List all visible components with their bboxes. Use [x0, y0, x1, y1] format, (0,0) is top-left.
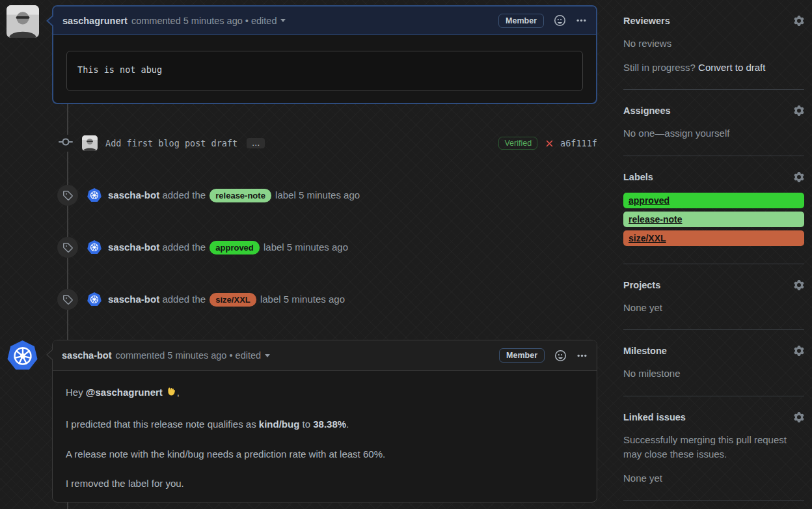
avatar-saschagrunert[interactable] [7, 5, 39, 38]
tag-icon [57, 185, 78, 206]
comment-header: sascha-bot commented 5 minutes ago • edi… [53, 340, 597, 371]
event-pre-text: added the [162, 189, 206, 200]
sidebar-section-milestone: Milestone No milestone [623, 346, 804, 396]
comment-body: Hey @saschagrunert, I predicted that thi… [53, 371, 597, 505]
paragraph-requirement: A release note with the kind/bug needs a… [66, 447, 584, 461]
event-post-text: label 5 minutes ago [275, 189, 360, 200]
comment-sascha-bot: sascha-bot commented 5 minutes ago • edi… [52, 340, 597, 502]
event-post-text: label 5 minutes ago [260, 294, 345, 305]
event-text: sascha-bot added the approved label 5 mi… [108, 241, 348, 255]
commit-message-link[interactable]: Add first blog post draft [105, 138, 237, 148]
commit-icon [59, 135, 73, 152]
event-text: sascha-bot added the size/XXL label 5 mi… [108, 293, 345, 307]
mention-link[interactable]: @saschagrunert [86, 387, 163, 398]
tag-icon [57, 237, 78, 258]
event-actor-link[interactable]: sascha-bot [108, 241, 159, 253]
member-badge: Member [498, 14, 544, 28]
assignees-status[interactable]: No one—assign yourself [623, 126, 804, 141]
sidebar-section-assignees: Assignees No one—assign yourself [623, 105, 804, 156]
projects-status: None yet [623, 301, 804, 316]
timeline-event-size-xxl: sascha-bot added the size/XXL label 5 mi… [57, 289, 597, 310]
add-reaction-button[interactable] [555, 350, 566, 361]
convert-to-draft-link[interactable]: Convert to draft [698, 62, 765, 73]
kebab-menu-button[interactable] [576, 350, 588, 361]
labels-title: Labels [623, 172, 653, 182]
sidebar-label-release-note[interactable]: release-note [623, 212, 804, 227]
gear-icon[interactable] [794, 412, 804, 422]
gear-icon[interactable] [794, 172, 804, 182]
sidebar: Reviewers No reviews Still in progress? … [623, 16, 804, 509]
event-pre-text: added the [162, 241, 206, 253]
gear-icon[interactable] [794, 16, 804, 26]
label-chip[interactable]: release-note [210, 189, 271, 202]
event-actor-link[interactable]: sascha-bot [108, 294, 159, 305]
avatar-sascha-bot[interactable] [87, 240, 102, 255]
reviewers-title: Reviewers [623, 16, 670, 26]
pull-request-page: saschagrunert commented 5 minutes ago • … [0, 0, 812, 509]
label-chip[interactable]: approved [210, 241, 260, 255]
verified-badge[interactable]: Verified [498, 137, 537, 150]
milestone-title: Milestone [623, 346, 667, 356]
tag-icon [57, 289, 78, 310]
member-badge: Member [499, 348, 545, 363]
comment-meta: commented 5 minutes ago • edited [116, 350, 262, 361]
kebab-menu-button[interactable] [576, 15, 587, 26]
timeline-event-release-note: sascha-bot added the release-note label … [57, 185, 597, 206]
reviewers-status: No reviews [623, 36, 804, 51]
gear-icon[interactable] [794, 105, 804, 116]
milestone-status: No milestone [623, 366, 804, 381]
edited-dropdown-caret-icon[interactable] [280, 19, 286, 22]
linked-issues-description: Successfully merging this pull request m… [623, 433, 804, 462]
edited-dropdown-caret-icon[interactable] [265, 354, 270, 357]
gear-icon[interactable] [794, 280, 804, 290]
projects-title: Projects [623, 280, 660, 290]
commit-expand-button[interactable]: … [247, 138, 265, 148]
linked-issues-title: Linked issues [623, 412, 686, 422]
comment-meta: commented 5 minutes ago • edited [131, 16, 277, 26]
paragraph-prediction: I predicted that this release note quali… [66, 417, 584, 432]
reviewers-draft-hint: Still in progress? Convert to draft [623, 61, 804, 76]
avatar-sascha-bot[interactable] [87, 188, 102, 202]
comment-header: saschagrunert commented 5 minutes ago • … [53, 7, 596, 35]
timeline-event-approved: sascha-bot added the approved label 5 mi… [57, 237, 597, 258]
wave-emoji-icon [165, 386, 177, 402]
avatar-sascha-bot-large[interactable] [7, 340, 38, 371]
commit-row: Add first blog post draft … Verified a6f… [57, 134, 597, 152]
sidebar-section-reviewers: Reviewers No reviews Still in progress? … [623, 16, 804, 90]
linked-issues-status: None yet [623, 471, 804, 486]
gear-icon[interactable] [794, 346, 804, 356]
sidebar-label-size-xxl[interactable]: size/XXL [623, 230, 804, 246]
comment-author-link[interactable]: saschagrunert [62, 16, 128, 26]
label-chip[interactable]: size/XXL [210, 293, 256, 307]
add-reaction-button[interactable] [554, 15, 565, 26]
paragraph-removed: I removed the label for you. [66, 476, 584, 491]
event-post-text: label 5 minutes ago [264, 241, 348, 253]
event-actor-link[interactable]: sascha-bot [108, 189, 159, 200]
comment-code-block: This is not abug [66, 51, 583, 91]
sidebar-section-projects: Projects None yet [623, 280, 804, 331]
comment-author-link[interactable]: sascha-bot [62, 350, 112, 361]
avatar-sascha-bot[interactable] [87, 292, 102, 307]
comment-saschagrunert: saschagrunert commented 5 minutes ago • … [52, 5, 597, 104]
sidebar-label-approved[interactable]: approved [623, 193, 804, 208]
sidebar-section-labels: Labels approved release-note size/XXL [623, 172, 804, 264]
event-text: sascha-bot added the release-note label … [108, 189, 360, 202]
event-pre-text: added the [162, 294, 206, 305]
commit-hash-link[interactable]: a6f111f [560, 138, 597, 148]
paragraph-greeting: Hey @saschagrunert, [66, 385, 584, 402]
commit-author-avatar[interactable] [82, 135, 98, 151]
assignees-title: Assignees [623, 105, 671, 116]
status-failed-x-icon[interactable] [544, 138, 555, 149]
sidebar-section-linked-issues: Linked issues Successfully merging this … [623, 412, 804, 501]
